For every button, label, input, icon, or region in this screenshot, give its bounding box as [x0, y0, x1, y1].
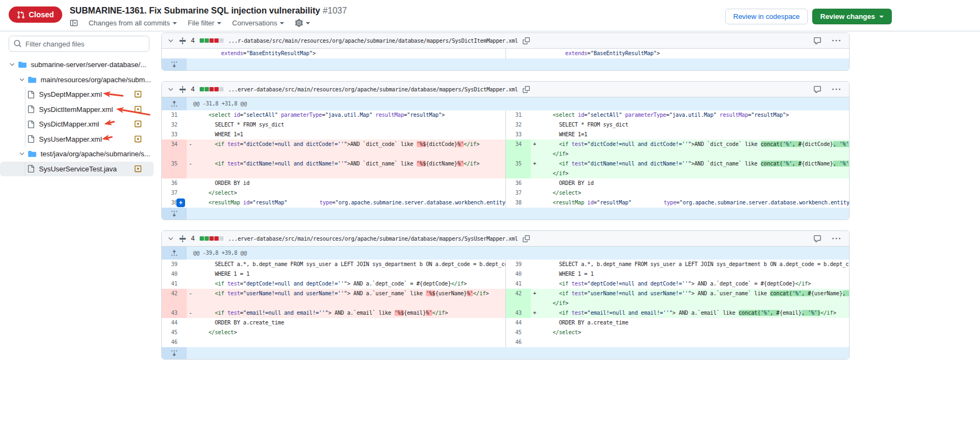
- line-number[interactable]: 43: [162, 308, 187, 318]
- line-number[interactable]: 40: [162, 269, 187, 279]
- conversations-menu[interactable]: Conversations: [232, 19, 284, 27]
- red-arrow-annotation: [103, 118, 117, 128]
- line-number[interactable]: 35: [162, 159, 187, 178]
- diff-settings-menu[interactable]: [295, 19, 310, 27]
- line-number[interactable]: 33: [162, 130, 187, 140]
- line-number[interactable]: 44: [162, 318, 187, 328]
- drag-file-icon[interactable]: [179, 86, 186, 93]
- comment-icon[interactable]: [813, 235, 821, 243]
- diff-file-header: 4...r-database/src/main/resources/org/ap…: [162, 33, 849, 49]
- line-number[interactable]: 46: [506, 337, 531, 347]
- tree-file-item[interactable]: SysDictMapper.xml: [0, 117, 154, 132]
- collapse-sidebar-icon[interactable]: [70, 19, 78, 27]
- line-number[interactable]: 39: [162, 260, 187, 269]
- tree-folder-item[interactable]: test/java/org/apache/submarine/s...: [0, 147, 154, 162]
- line-number[interactable]: 43: [506, 308, 531, 318]
- changed-lines-count: 4: [191, 85, 195, 93]
- line-number[interactable]: [162, 49, 187, 58]
- line-number[interactable]: 31: [506, 110, 531, 120]
- line-number[interactable]: 42: [162, 289, 187, 308]
- kebab-menu-icon[interactable]: [832, 37, 840, 45]
- line-number[interactable]: 32: [162, 120, 187, 130]
- diff-toolbar: Changes from all commits File filter Con…: [70, 19, 347, 27]
- tree-file-item[interactable]: SysDeptMapper.xml: [0, 87, 154, 102]
- file-path[interactable]: ...r-database/src/main/resources/org/apa…: [228, 38, 518, 44]
- comment-icon[interactable]: [813, 37, 821, 45]
- diff-file-header: 4...erver-database/src/main/resources/or…: [162, 82, 849, 97]
- copy-path-icon[interactable]: [523, 86, 530, 93]
- drag-file-icon[interactable]: [179, 37, 186, 44]
- line-number[interactable]: 46: [162, 337, 187, 347]
- collapse-file-icon[interactable]: [167, 235, 174, 242]
- chevron-down-icon[interactable]: [17, 76, 26, 83]
- review-changes-button[interactable]: Review changes: [812, 9, 892, 24]
- diff-stat-squares: [200, 87, 223, 91]
- line-number[interactable]: 37: [506, 188, 531, 198]
- line-number[interactable]: 34: [162, 140, 187, 159]
- copy-path-icon[interactable]: [523, 37, 530, 44]
- review-in-codespace-button[interactable]: Review in codespace: [725, 9, 808, 24]
- expand-up-icon[interactable]: [162, 97, 187, 110]
- line-number[interactable]: 31: [162, 110, 187, 120]
- drag-file-icon[interactable]: [179, 235, 186, 242]
- collapse-file-icon[interactable]: [167, 37, 174, 44]
- line-number[interactable]: 41: [506, 279, 531, 289]
- file-path[interactable]: ...erver-database/src/main/resources/org…: [228, 87, 518, 92]
- code-line: WHERE 1=1: [187, 130, 505, 140]
- kebab-menu-icon[interactable]: [832, 235, 840, 243]
- code-line: SELECT * FROM sys_dict: [187, 120, 505, 130]
- line-number[interactable]: 45: [506, 328, 531, 337]
- line-number[interactable]: 35: [506, 159, 531, 178]
- code-line: - <if test="email!=null and email!=''"> …: [187, 308, 505, 318]
- tree-file-item[interactable]: SysUserServiceTest.java: [0, 162, 154, 177]
- add-comment-button[interactable]: +: [176, 198, 185, 207]
- line-number[interactable]: 44: [506, 318, 531, 328]
- comment-icon[interactable]: [813, 85, 821, 94]
- line-number[interactable]: 42: [506, 289, 531, 308]
- file-path[interactable]: ...erver-database/src/main/resources/org…: [228, 236, 518, 242]
- line-number[interactable]: 36: [162, 178, 187, 188]
- expand-up-icon[interactable]: [162, 247, 187, 260]
- diff-row: 33 WHERE 1=133 WHERE 1=1: [162, 130, 849, 140]
- tree-item-label: submarine-server/server-database/...: [31, 61, 146, 69]
- line-number[interactable]: 40: [506, 269, 531, 279]
- line-number[interactable]: 38: [506, 198, 531, 208]
- collapse-file-icon[interactable]: [167, 86, 174, 93]
- code-line: ORDER BY id: [531, 178, 849, 188]
- line-number[interactable]: 45: [162, 328, 187, 337]
- diff-side-new: extends="BaseEntityResultMap">: [505, 49, 849, 58]
- modified-file-icon: [134, 105, 142, 113]
- diff-side-new: 43+ <if test="email!=null and email!=''"…: [505, 308, 849, 318]
- line-number[interactable]: 39: [506, 260, 531, 269]
- line-number[interactable]: 34: [506, 140, 531, 159]
- tree-item-label: main/resources/org/apache/subm...: [41, 76, 151, 84]
- code-line: + <if test="dictCode!=null and dictCode!…: [531, 140, 849, 159]
- diff-row: 38 <resultMap id="resultMap" type="org.a…: [162, 198, 849, 208]
- diff-side-new: 38 <resultMap id="resultMap" type="org.a…: [505, 198, 849, 208]
- line-number[interactable]: 36: [506, 178, 531, 188]
- copy-path-icon[interactable]: [523, 235, 530, 242]
- chevron-down-icon[interactable]: [17, 150, 26, 157]
- tree-folder-item[interactable]: main/resources/org/apache/subm...: [0, 72, 154, 88]
- kebab-menu-icon[interactable]: [832, 85, 840, 94]
- expand-down-icon[interactable]: [162, 208, 187, 220]
- diff-side-old: extends="BaseEntityResultMap">: [162, 49, 505, 58]
- tree-file-item[interactable]: SysDictItemMapper.xml: [0, 102, 154, 117]
- tree-file-item[interactable]: SysUserMapper.xml: [0, 132, 154, 147]
- diff-row: 40 WHERE 1 = 140 WHERE 1 = 1: [162, 269, 849, 279]
- expand-down-icon[interactable]: [162, 347, 187, 359]
- file-filter-menu[interactable]: File filter: [188, 19, 221, 27]
- changes-from-menu[interactable]: Changes from all commits: [89, 19, 177, 27]
- line-number[interactable]: 32: [506, 120, 531, 130]
- tree-folder-item[interactable]: submarine-server/server-database/...: [0, 57, 154, 72]
- filter-changed-files-input[interactable]: [9, 36, 149, 52]
- line-number[interactable]: 37: [162, 188, 187, 198]
- pr-header: Closed SUBMARINE-1361. Fix Submarine SQL…: [0, 0, 980, 31]
- line-number[interactable]: 41: [162, 279, 187, 289]
- hunk-header: @@ -31,8 +31,8 @@: [162, 97, 849, 110]
- diff-row: 42- <if test="userName!=null and userNam…: [162, 289, 849, 308]
- chevron-down-icon[interactable]: [8, 61, 16, 68]
- line-number[interactable]: [506, 49, 531, 58]
- expand-down-icon[interactable]: [162, 58, 187, 70]
- line-number[interactable]: 33: [506, 130, 531, 140]
